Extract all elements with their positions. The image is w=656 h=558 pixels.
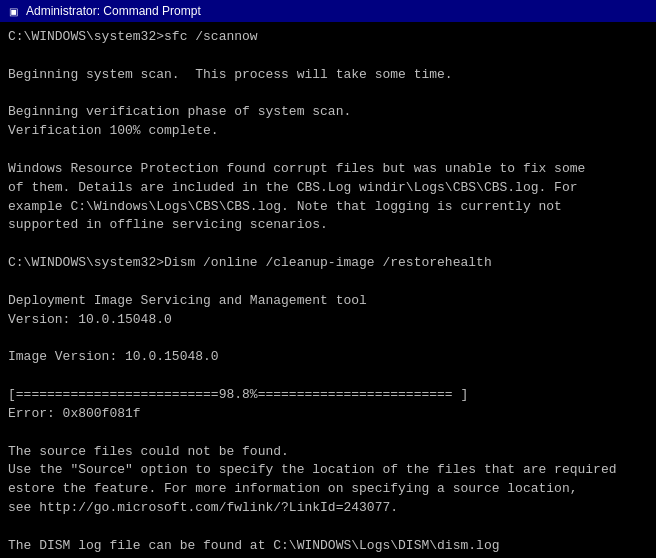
title-bar: ▣ Administrator: Command Prompt xyxy=(0,0,656,22)
console-line xyxy=(8,424,648,443)
console-line xyxy=(8,330,648,349)
console-line xyxy=(8,235,648,254)
console-line: The source files could not be found. xyxy=(8,443,648,462)
console-body: C:\WINDOWS\system32>sfc /scannow Beginni… xyxy=(0,22,656,558)
console-line: Error: 0x800f081f xyxy=(8,405,648,424)
console-line xyxy=(8,47,648,66)
console-line xyxy=(8,273,648,292)
console-line: Windows Resource Protection found corrup… xyxy=(8,160,648,179)
console-line xyxy=(8,85,648,104)
console-line: C:\WINDOWS\system32>Dism /online /cleanu… xyxy=(8,254,648,273)
console-line: C:\WINDOWS\system32>sfc /scannow xyxy=(8,28,648,47)
title-bar-text: Administrator: Command Prompt xyxy=(26,4,650,18)
console-line xyxy=(8,141,648,160)
console-line: Use the "Source" option to specify the l… xyxy=(8,461,648,480)
console-line: Beginning system scan. This process will… xyxy=(8,66,648,85)
console-line: The DISM log file can be found at C:\WIN… xyxy=(8,537,648,556)
console-line: Beginning verification phase of system s… xyxy=(8,103,648,122)
console-line: estore the feature. For more information… xyxy=(8,480,648,499)
console-line: see http://go.microsoft.com/fwlink/?Link… xyxy=(8,499,648,518)
console-line: Image Version: 10.0.15048.0 xyxy=(8,348,648,367)
console-line xyxy=(8,367,648,386)
console-line: supported in offline servicing scenarios… xyxy=(8,216,648,235)
console-line: example C:\Windows\Logs\CBS\CBS.log. Not… xyxy=(8,198,648,217)
console-line: Deployment Image Servicing and Managemen… xyxy=(8,292,648,311)
title-bar-icon: ▣ xyxy=(6,4,20,18)
console-line xyxy=(8,518,648,537)
console-line: [==========================98.8%========… xyxy=(8,386,648,405)
console-line: Version: 10.0.15048.0 xyxy=(8,311,648,330)
console-line: Verification 100% complete. xyxy=(8,122,648,141)
console-line: of them. Details are included in the CBS… xyxy=(8,179,648,198)
